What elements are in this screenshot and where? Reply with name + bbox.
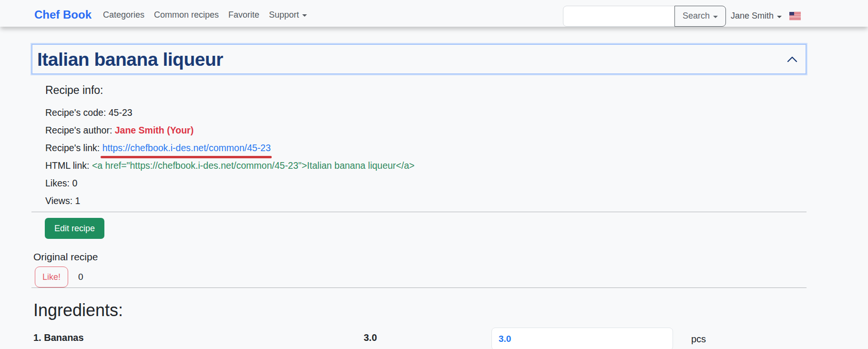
like-count: 0: [78, 272, 83, 282]
user-menu-dropdown[interactable]: Jane Smith: [731, 11, 782, 21]
recipe-author-line: Recipe's author: Jane Smith (Your): [45, 123, 807, 137]
ingredient-quantity-input[interactable]: [491, 328, 673, 349]
views-label: Views:: [45, 195, 72, 206]
search-dropdown-button[interactable]: Search: [674, 6, 726, 27]
chevron-down-icon: [777, 16, 782, 18]
divider: [31, 287, 807, 288]
recipe-link-line: Recipe's link: https://chefbook.i-des.ne…: [45, 141, 807, 155]
us-flag-icon[interactable]: [789, 12, 801, 20]
nav-links: Categories Common recipes Favorite Suppo…: [103, 10, 307, 20]
search-input[interactable]: [563, 6, 675, 27]
html-link-line: HTML link: <a href="https://chefbook.i-d…: [45, 159, 807, 173]
like-row: Like! 0: [35, 267, 807, 287]
nav-item-common-recipes[interactable]: Common recipes: [154, 10, 219, 20]
recipe-accordion-header[interactable]: Italian banana liqueur: [31, 44, 807, 74]
html-link-code: <a href="https://chefbook.i-des.net/comm…: [92, 160, 415, 171]
nav-item-categories[interactable]: Categories: [103, 10, 144, 20]
search-button-label: Search: [683, 11, 710, 21]
ingredient-name: 1. Bananas: [33, 332, 84, 343]
page-title: Italian banana liqueur: [37, 50, 223, 69]
recipe-page: Italian banana liqueur Recipe info: Reci…: [0, 44, 868, 349]
views-line: Views: 1: [45, 194, 807, 208]
recipe-code-line: Recipe's code: 45-23: [45, 106, 807, 120]
ingredients-heading: Ingredients:: [33, 301, 807, 320]
original-recipe-label: Original recipe: [33, 250, 807, 264]
recipe-link-label: Recipe's link:: [45, 143, 100, 153]
html-link-label: HTML link:: [45, 160, 89, 171]
recipe-info-section: Recipe info: Recipe's code: 45-23 Recipe…: [45, 83, 807, 208]
likes-line: Likes: 0: [45, 176, 807, 190]
recipe-author-label: Recipe's author:: [45, 125, 112, 135]
top-navbar: Chef Book Categories Common recipes Favo…: [0, 0, 868, 27]
edit-recipe-button[interactable]: Edit recipe: [45, 218, 104, 239]
recipe-code-label: Recipe's code:: [45, 107, 106, 118]
chevron-down-icon: [713, 16, 718, 18]
nav-item-favorite[interactable]: Favorite: [228, 10, 259, 20]
recipe-link[interactable]: https://chefbook.i-des.net/common/45-23: [102, 141, 271, 155]
brand-link[interactable]: Chef Book: [34, 8, 92, 21]
views-value: 1: [75, 195, 81, 206]
likes-label: Likes:: [45, 178, 70, 188]
likes-value: 0: [72, 178, 77, 188]
chevron-up-icon: [786, 55, 798, 63]
nav-item-support-dropdown[interactable]: Support: [269, 10, 307, 20]
collapse-toggle-button[interactable]: [786, 55, 798, 63]
user-name: Jane Smith: [731, 11, 774, 21]
ingredient-unit: pcs: [691, 334, 706, 345]
chevron-down-icon: [302, 14, 307, 17]
ingredient-row: 1. Bananas 3.0 pcs: [31, 328, 807, 349]
recipe-code-value: 45-23: [109, 107, 133, 118]
like-button[interactable]: Like!: [35, 267, 68, 287]
ingredient-amount: 3.0: [364, 332, 377, 343]
recipe-link-url: https://chefbook.i-des.net/common/45-23: [102, 143, 271, 153]
red-underline-annotation: [101, 156, 272, 158]
divider: [31, 212, 807, 212]
nav-item-support-label: Support: [269, 10, 299, 20]
recipe-info-heading: Recipe info:: [45, 83, 807, 97]
recipe-author-value: Jane Smith (Your): [115, 125, 194, 135]
search-group: Search: [563, 6, 726, 27]
